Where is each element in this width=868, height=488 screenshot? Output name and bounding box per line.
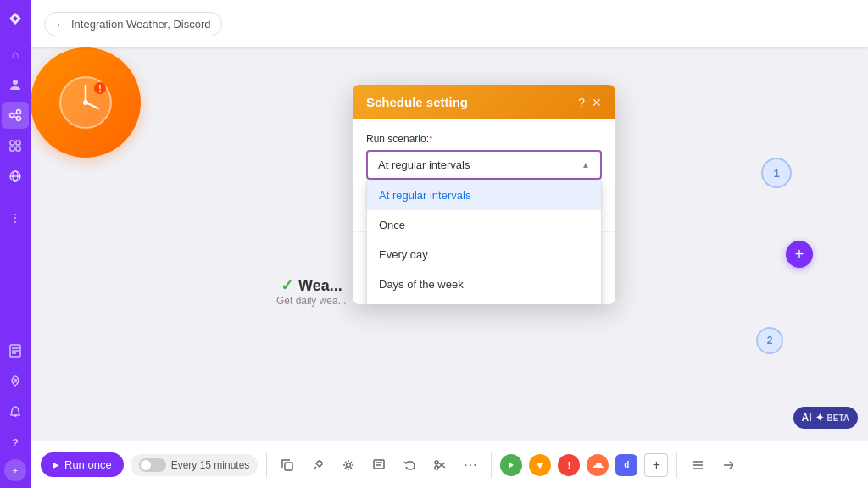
svg-point-30: [435, 461, 438, 464]
modal-header: Schedule setting ? ✕: [353, 85, 615, 119]
node-2: 2: [756, 327, 783, 354]
topbar: ← Integration Weather, Discord: [31, 0, 868, 47]
svg-rect-8: [10, 147, 14, 151]
dropdown-list: At regular intervals Once Every day: [366, 180, 602, 304]
play-icon: ▶: [53, 460, 59, 469]
red-btn[interactable]: !: [558, 454, 580, 476]
logo[interactable]: [3, 7, 27, 30]
discord-btn[interactable]: d: [615, 454, 637, 476]
green-btn[interactable]: [500, 454, 522, 476]
modal-body: Run scenario:* At regular intervals ▲ At…: [353, 119, 615, 193]
sidebar-item-help[interactable]: ?: [2, 429, 29, 456]
sidebar-item-integrations[interactable]: [2, 102, 29, 129]
back-icon: ←: [55, 18, 66, 30]
svg-line-5: [14, 116, 17, 118]
run-scenario-label: Run scenario:*: [366, 133, 602, 145]
orange-btn[interactable]: [529, 454, 551, 476]
modal-header-icons: ? ✕: [578, 96, 602, 109]
schedule-modal: Schedule setting ? ✕ Run scenario:* At r…: [353, 85, 615, 304]
beta-label: BETA: [827, 413, 849, 423]
back-button[interactable]: ← Integration Weather, Discord: [44, 12, 222, 36]
divider-3: [676, 452, 677, 478]
option-at-regular-intervals[interactable]: At regular intervals: [367, 180, 601, 210]
sidebar-item-notifications[interactable]: [2, 398, 29, 425]
sidebar-item-users[interactable]: [2, 71, 29, 98]
svg-point-0: [13, 80, 18, 85]
sidebar-item-avatar[interactable]: +: [4, 459, 26, 481]
node-1: 1: [761, 158, 792, 188]
schedule-label: Every 15 minutes: [171, 459, 250, 471]
svg-line-4: [14, 113, 17, 114]
cloud-btn[interactable]: [587, 454, 609, 476]
list-view-button[interactable]: [686, 453, 709, 477]
sidebar-bottom: ? +: [2, 337, 29, 481]
svg-rect-6: [10, 141, 14, 145]
dropdown-arrow-icon: ▲: [581, 160, 590, 169]
required-mark: *: [429, 133, 433, 145]
weather-node: ✓ Wea... Get daily wea...: [276, 276, 347, 307]
option-once[interactable]: Once: [367, 210, 601, 240]
breadcrumb: Integration Weather, Discord: [71, 18, 211, 30]
sidebar-item-rocket[interactable]: [2, 368, 29, 395]
dropdown-selected[interactable]: At regular intervals ▲: [366, 150, 602, 180]
main-area: ← Integration Weather, Discord ! ✓ Wea..…: [31, 0, 868, 488]
sidebar-item-more[interactable]: ⋮: [2, 204, 29, 231]
schedule-toggle-container: Every 15 minutes: [131, 454, 259, 476]
weather-check-icon: ✓: [281, 276, 293, 295]
ai-label: AI: [802, 412, 812, 424]
svg-point-1: [10, 114, 14, 118]
weather-label: ✓ Wea...: [281, 276, 342, 295]
svg-point-31: [435, 466, 438, 469]
notes-button[interactable]: [367, 453, 391, 477]
option-days-of-week[interactable]: Days of the week: [367, 269, 601, 299]
scissors-button[interactable]: [428, 453, 452, 477]
selected-option-label: At regular intervals: [378, 158, 470, 171]
svg-rect-7: [16, 141, 20, 145]
more-button[interactable]: ···: [459, 453, 482, 477]
svg-point-2: [17, 110, 21, 114]
add-integration-button[interactable]: +: [644, 453, 668, 477]
svg-marker-34: [509, 463, 514, 468]
ai-sparkle-icon: ✦: [815, 412, 824, 424]
dropdown-container: At regular intervals ▲ At regular interv…: [366, 150, 602, 180]
modal-title: Schedule setting: [366, 95, 468, 109]
sidebar: ⌂ ⋮: [0, 0, 31, 488]
undo-button[interactable]: [398, 453, 421, 477]
sidebar-item-docs[interactable]: [2, 337, 29, 364]
ai-badge[interactable]: AI ✦ BETA: [793, 407, 858, 429]
schedule-toggle[interactable]: [139, 458, 166, 472]
divider-1: [266, 452, 267, 478]
svg-rect-27: [374, 460, 384, 469]
sidebar-divider: [7, 197, 24, 197]
divider-2: [491, 452, 492, 478]
svg-rect-25: [285, 463, 292, 470]
svg-rect-9: [16, 147, 20, 151]
add-node-button[interactable]: +: [786, 241, 813, 268]
svg-point-26: [347, 463, 351, 467]
weather-sub: Get daily wea...: [276, 295, 347, 307]
clock-node[interactable]: !: [31, 47, 141, 158]
tools-button[interactable]: [306, 453, 330, 477]
option-days-of-month[interactable]: Days of the month: [367, 299, 601, 304]
copy-button[interactable]: [275, 453, 299, 477]
sidebar-item-globe[interactable]: [2, 163, 29, 190]
settings-button[interactable]: [337, 453, 360, 477]
collapse-button[interactable]: [716, 453, 740, 477]
sidebar-item-home[interactable]: ⌂: [2, 41, 29, 68]
option-every-day[interactable]: Every day: [367, 240, 601, 269]
svg-point-17: [14, 380, 17, 382]
sidebar-item-apps[interactable]: [2, 132, 29, 159]
run-once-button[interactable]: ▶ Run once: [41, 452, 124, 477]
svg-point-3: [17, 117, 21, 121]
help-icon[interactable]: ?: [578, 96, 585, 109]
svg-marker-35: [537, 463, 543, 469]
weather-name: Wea...: [298, 277, 342, 295]
close-icon[interactable]: ✕: [592, 96, 602, 109]
svg-text:!: !: [98, 84, 101, 93]
toolbar: ▶ Run once Every 15 minutes: [31, 441, 868, 488]
run-once-label: Run once: [64, 458, 112, 471]
